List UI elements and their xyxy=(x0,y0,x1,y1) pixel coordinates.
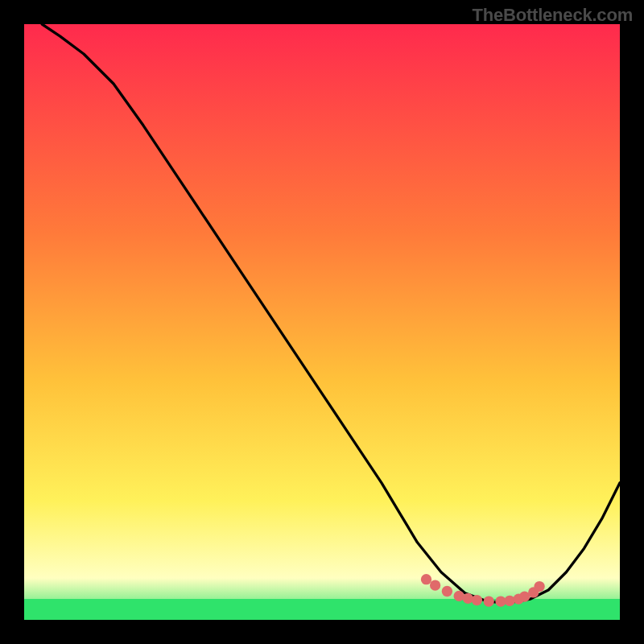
valley-marker xyxy=(472,595,482,605)
valley-marker xyxy=(534,581,544,592)
valley-markers-group xyxy=(421,574,545,607)
curve-layer xyxy=(24,24,620,620)
valley-marker xyxy=(463,593,473,604)
bottleneck-curve xyxy=(42,24,620,602)
chart-frame: TheBottleneck.com xyxy=(0,0,644,644)
valley-marker xyxy=(421,574,431,584)
valley-marker xyxy=(484,596,494,606)
valley-marker xyxy=(504,596,514,606)
valley-marker xyxy=(430,580,440,590)
plot-area xyxy=(24,24,620,620)
valley-marker xyxy=(442,586,452,597)
watermark-text: TheBottleneck.com xyxy=(472,5,633,26)
